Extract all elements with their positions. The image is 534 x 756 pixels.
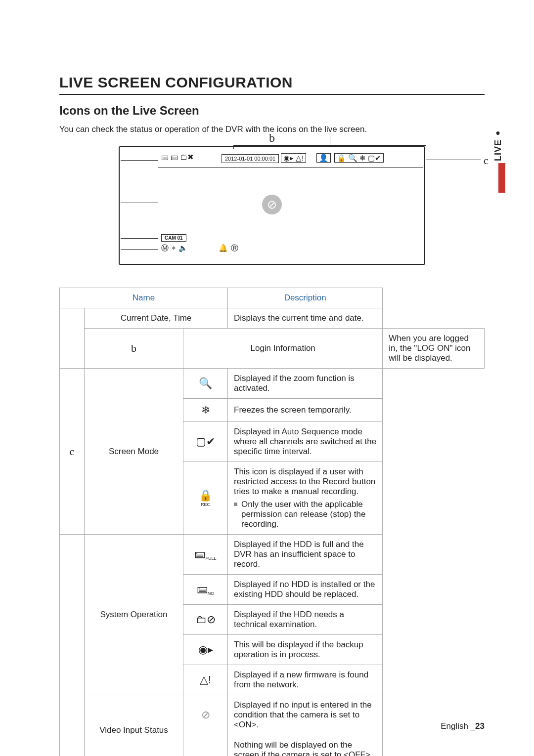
bracket-b-stem <box>330 133 330 145</box>
no-video-icon: ⊘ <box>183 695 228 735</box>
page-footer: English _23 <box>441 721 485 731</box>
rec-lock-icon: 🔒REC <box>183 462 228 535</box>
bracket-b <box>233 145 426 149</box>
status-icon-group: ◉▸ △! <box>281 153 306 163</box>
leader-line <box>121 160 158 161</box>
camera-label: CAM 01 <box>161 234 186 242</box>
row-label: Current Date, Time <box>85 308 228 329</box>
freeze-icon: ❄ <box>359 154 366 162</box>
audio-icon: 🔈 <box>178 244 188 252</box>
freeze-icon: ❄ <box>183 399 228 422</box>
live-screen-diagram: b c 🖴 🖴 🗀✖ 2012-01-01 00:00:01 ◉▸ △! 👤 🔒… <box>119 146 425 265</box>
backup-icon: ◉▸ <box>183 635 228 665</box>
leader-c <box>426 160 481 160</box>
no-video-icon: ⊘ <box>262 195 282 214</box>
row-desc: Displayed if no HDD is installed or the … <box>228 575 383 605</box>
side-tab: ● LIVE <box>490 128 505 161</box>
datetime-box: 2012-01-01 00:00:01 <box>222 154 279 163</box>
row-label: Video Input Status <box>85 695 183 756</box>
status-icon-group: 🔒 🔍 ❄ ▢✔ <box>334 153 384 163</box>
row-desc: When you are logged in, the "LOG ON" ico… <box>383 329 485 369</box>
side-accent-bar <box>498 163 505 193</box>
sequence-icon: ▢✔ <box>183 422 228 462</box>
callout-c: c <box>484 154 489 167</box>
page: ● LIVE LIVE SCREEN CONFIGURATION Icons o… <box>0 0 534 756</box>
hdd-full-icon: 🖴FULL <box>183 535 228 575</box>
row-label: Login Information <box>183 329 383 369</box>
footer-page: 23 <box>475 721 485 731</box>
alarm-icon: 🔔 <box>219 244 228 252</box>
row-desc: Displayed if no input is entered in the … <box>228 695 383 735</box>
leader-line <box>121 249 158 250</box>
hdd-fail-icon: 🗀✖ <box>180 153 194 161</box>
row-desc: Displayed if the HDD needs a technical e… <box>228 605 383 635</box>
side-tab-label: LIVE <box>493 139 503 161</box>
zoom-icon: 🔍 <box>183 369 228 399</box>
hdd-full-icon: 🖴 <box>161 153 169 161</box>
table-header-name: Name <box>60 288 228 308</box>
callout-b: b <box>269 131 275 145</box>
diagram-divider <box>158 167 423 168</box>
table-row: c Screen Mode 🔍 Displayed if the zoom fu… <box>60 369 485 399</box>
row-label: Screen Mode <box>85 369 183 535</box>
backup-icon: ◉▸ <box>283 154 294 162</box>
leader-line <box>121 238 158 239</box>
leader-line <box>121 203 158 203</box>
status-icon-group: 🖴 🖴 🗀✖ <box>161 153 194 161</box>
ptz-icon: ⌖ <box>172 244 176 252</box>
motion-icon: Ⓜ <box>161 244 169 252</box>
row-note: Only the user with the applicable permis… <box>241 500 376 529</box>
row-desc: Displayed if the zoom function is activa… <box>228 369 383 399</box>
row-desc: This icon is displayed if a user with re… <box>228 462 383 535</box>
footer-lang: English <box>441 721 468 731</box>
row-letter: c <box>60 369 85 535</box>
icon-description-table: Name Description Current Date, Time Disp… <box>59 288 485 756</box>
no-hdd-icon: 🖴NO <box>183 575 228 605</box>
row-desc: Freezes the screen temporarily. <box>228 399 383 422</box>
hdd-warn-icon: 🖴 <box>171 153 178 161</box>
blank-icon <box>183 735 228 756</box>
table-row: Video Input Status ⊘ Displayed if no inp… <box>60 695 485 735</box>
sequence-icon: ▢✔ <box>368 154 381 162</box>
row-desc: This will be displayed if the backup ope… <box>228 635 383 665</box>
channel-icon-group: Ⓜ ⌖ 🔈 <box>161 244 188 252</box>
row-desc: Displays the current time and date. <box>228 308 383 329</box>
firmware-alert-icon: △! <box>296 154 304 162</box>
hdd-fail-icon: 🗀⊘ <box>183 605 228 635</box>
zoom-icon: 🔍 <box>348 154 357 162</box>
channel-icon-group: 🔔 Ⓡ <box>219 244 238 252</box>
row-desc: Displayed in Auto Sequence mode where al… <box>228 422 383 462</box>
row-label: System Operation <box>85 535 183 695</box>
page-title: LIVE SCREEN CONFIGURATION <box>59 74 485 91</box>
row-desc: Nothing will be displayed on the screen … <box>228 735 383 756</box>
row-desc: Displayed if a new firmware is found fro… <box>228 665 383 695</box>
status-icon-group: 👤 <box>316 153 331 163</box>
table-row: Current Date, Time Displays the current … <box>60 308 485 329</box>
section-title: Icons on the Live Screen <box>59 104 485 118</box>
record-icon: Ⓡ <box>231 244 238 252</box>
rec-lock-icon: 🔒 <box>337 154 346 162</box>
user-icon: 👤 <box>319 154 328 162</box>
table-header-desc: Description <box>228 288 383 308</box>
row-letter: b <box>85 329 183 369</box>
bullet-icon: ● <box>495 128 500 137</box>
bullet-icon <box>234 503 237 506</box>
firmware-alert-icon: △! <box>183 665 228 695</box>
title-rule <box>59 94 485 95</box>
table-row: b Login Information When you are logged … <box>60 329 485 369</box>
table-row: System Operation 🖴FULL Displayed if the … <box>60 535 485 575</box>
row-desc: Displayed if the HDD is full and the DVR… <box>228 535 383 575</box>
